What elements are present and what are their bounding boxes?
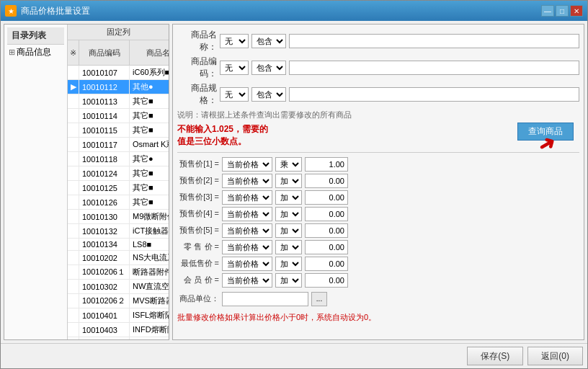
table-row[interactable]: 10010134 LS8■ xyxy=(68,239,169,251)
table-row[interactable]: 10010126 其它■ xyxy=(68,195,169,210)
price-op-select-2[interactable]: 加 xyxy=(275,190,302,205)
th-code: 商品编码 xyxy=(79,40,130,65)
price-base-select-1[interactable]: 当前价格 xyxy=(222,174,272,188)
price-input-5[interactable] xyxy=(305,240,348,254)
td-arrow xyxy=(68,94,79,108)
unit-browse-button[interactable]: ... xyxy=(311,292,327,306)
table-row[interactable]: 10010125 其它■ xyxy=(68,181,169,195)
price-op-select-6[interactable]: 加 xyxy=(275,257,302,271)
price-op-select-1[interactable]: 加 xyxy=(275,174,302,188)
close-button[interactable]: ✕ xyxy=(570,5,583,17)
table-row[interactable]: 10010114 其它■ xyxy=(68,109,169,123)
window-title: 商品价格批量设置 xyxy=(21,5,90,17)
table-row[interactable]: 10010302 NW直流空气断路器 xyxy=(68,280,169,294)
th-name: 商品名称 xyxy=(130,40,169,65)
price-label-2: 预售价[3] = xyxy=(177,192,219,203)
filter-name-input[interactable] xyxy=(289,34,579,48)
table-body[interactable]: 10010107 iC60系列■ ▶ 10010112 其他● 10010113… xyxy=(68,66,169,339)
table-row[interactable]: 10010206２ MVS断路器及负荷■ xyxy=(68,294,169,308)
titlebar-left: ★ 商品价格批量设置 xyxy=(5,5,90,17)
price-op-select-3[interactable]: 加 xyxy=(275,207,302,221)
td-arrow xyxy=(68,138,79,151)
table-row[interactable]: 10010130 M9微断附件■ xyxy=(68,210,169,224)
price-label-0: 预售价[1] = xyxy=(177,159,219,169)
table-row[interactable]: 10010132 iCT接触器■ xyxy=(68,224,169,239)
td-code: 10010125 xyxy=(79,181,130,195)
td-code: 10010401 xyxy=(79,308,130,322)
table-row[interactable]: 10010115 其它■ xyxy=(68,123,169,138)
filter-code-input[interactable] xyxy=(289,61,579,75)
td-arrow xyxy=(68,308,79,322)
td-code: 10010118 xyxy=(79,152,130,166)
price-label-6: 最低售价 = xyxy=(177,258,219,269)
filter-spec-label: 商品规格： xyxy=(177,82,217,107)
save-button[interactable]: 保存(S) xyxy=(467,347,523,365)
table-row[interactable]: 10010124 其它■ xyxy=(68,166,169,181)
td-arrow xyxy=(68,152,79,166)
filter-spec-input[interactable] xyxy=(289,87,579,102)
maximize-button[interactable]: □ xyxy=(556,5,569,17)
cancel-button[interactable]: 返回(0) xyxy=(527,347,583,365)
tree-item-label: 商品信息 xyxy=(17,46,51,58)
td-name: 其它■ xyxy=(130,166,169,180)
table-row[interactable]: 10010202 NS大电流系列 xyxy=(68,251,169,265)
price-input-0[interactable] xyxy=(305,157,348,172)
price-input-1[interactable] xyxy=(305,174,348,188)
filter-spec-opt1[interactable]: 无 xyxy=(220,87,249,102)
filter-code-opt1[interactable]: 无 xyxy=(220,61,249,75)
price-op-select-5[interactable]: 加 xyxy=(275,240,302,254)
td-arrow xyxy=(68,123,79,137)
fixed-col-header: 固定列 xyxy=(68,25,169,40)
filter-spec-opt2[interactable]: 包含 xyxy=(251,87,286,102)
table-row[interactable]: 10010403 INFD熔断隔离■ xyxy=(68,323,169,337)
right-panel: 商品名称： 无 包含 商品编码： 无 xyxy=(172,24,584,340)
td-name: Osmart K系列■ xyxy=(130,138,169,151)
price-base-select-4[interactable]: 当前价格 xyxy=(222,223,272,238)
titlebar: ★ 商品价格批量设置 — □ ✕ xyxy=(1,1,587,21)
td-name: ISFL熔断隔离■ xyxy=(130,308,169,322)
price-op-select-4[interactable]: 加 xyxy=(275,223,302,238)
footer: 保存(S) 返回(0) xyxy=(1,343,587,368)
filter-name-opt2[interactable]: 包含 xyxy=(251,34,286,48)
td-arrow xyxy=(68,195,79,209)
filter-name-opt1[interactable]: 无 xyxy=(220,34,249,48)
table-row[interactable]: 10010404 INS负荷开关■ xyxy=(68,337,169,339)
table-row[interactable]: 10010206１ 断路器附件 xyxy=(68,265,169,280)
price-input-6[interactable] xyxy=(305,257,348,271)
price-input-2[interactable] xyxy=(305,190,348,205)
table-row[interactable]: 10010107 iC60系列■ xyxy=(68,66,169,80)
price-base-select-2[interactable]: 当前价格 xyxy=(222,190,272,205)
tree-item-catalog[interactable]: ⊞ 商品信息 xyxy=(7,45,64,60)
price-row: 零 售 价 = 当前价格 加 xyxy=(177,240,579,254)
catalog-tree[interactable]: 目录列表 ⊞ 商品信息 xyxy=(4,25,68,339)
unit-label: 商品单位： xyxy=(177,293,219,304)
price-row: 预售价[5] = 当前价格 加 xyxy=(177,223,579,238)
price-label-3: 预售价[4] = xyxy=(177,208,219,219)
td-name: MVS断路器及负荷■ xyxy=(130,294,169,308)
table-row[interactable]: 10010401 ISFL熔断隔离■ xyxy=(68,308,169,323)
table-row[interactable]: ▶ 10010112 其他● xyxy=(68,80,169,94)
price-base-select-0[interactable]: 当前价格 xyxy=(222,157,272,172)
price-base-select-7[interactable]: 当前价格 xyxy=(222,273,272,288)
table-row[interactable]: 10010117 Osmart K系列■ xyxy=(68,138,169,152)
td-code: 10010114 xyxy=(79,109,130,123)
td-name: INS负荷开关■ xyxy=(130,337,169,339)
price-op-select-0[interactable]: 乘 xyxy=(275,157,302,172)
price-op-select-7[interactable]: 加 xyxy=(275,273,302,288)
filter-code-label: 商品编码： xyxy=(177,55,217,80)
td-code: 10010404 xyxy=(79,337,130,339)
table-row[interactable]: 10010113 其它■ xyxy=(68,94,169,109)
price-base-select-6[interactable]: 当前价格 xyxy=(222,257,272,271)
bottom-note: 批量修改价格如果计算出价格小于0时，系统自动设为0。 xyxy=(177,312,579,323)
filter-code-opt2[interactable]: 包含 xyxy=(251,61,286,75)
minimize-button[interactable]: — xyxy=(541,5,554,17)
price-input-7[interactable] xyxy=(305,273,348,288)
table-row[interactable]: 10010118 其它● xyxy=(68,152,169,166)
unit-input[interactable] xyxy=(222,292,308,306)
price-base-select-5[interactable]: 当前价格 xyxy=(222,240,272,254)
price-base-select-3[interactable]: 当前价格 xyxy=(222,207,272,221)
price-input-3[interactable] xyxy=(305,207,348,221)
price-input-4[interactable] xyxy=(305,223,348,238)
td-arrow xyxy=(68,280,79,293)
unit-row: 商品单位： ... xyxy=(177,292,579,306)
